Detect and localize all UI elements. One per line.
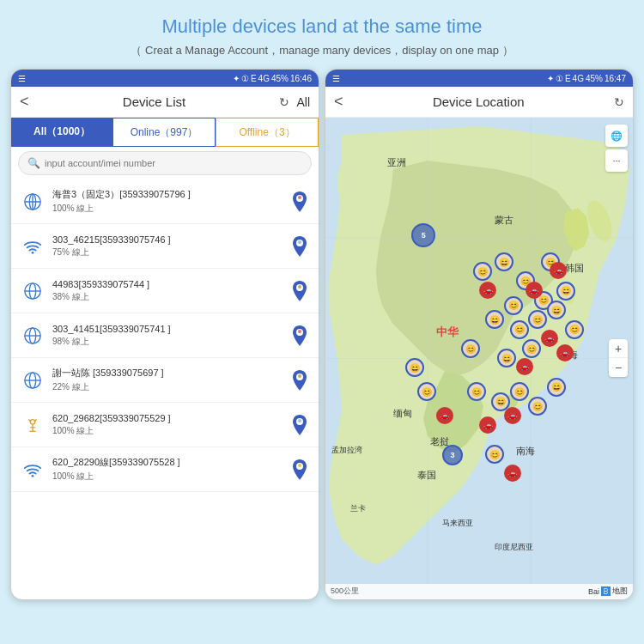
globe-control-button[interactable]: 🌐 xyxy=(605,125,628,147)
back-button-left[interactable]: < xyxy=(20,93,29,111)
lte-icon: 4G xyxy=(258,74,270,83)
device-info-7: 620_28290線[359339075528 ] 100% 線上 xyxy=(52,456,289,483)
zoom-in-button[interactable]: + xyxy=(609,339,628,358)
menu-control-button[interactable]: ··· xyxy=(605,149,628,172)
device-status-2: 75% 線上 xyxy=(52,246,289,258)
svg-point-8 xyxy=(298,240,301,244)
signal-icon-right: ① xyxy=(556,74,563,83)
status-right-left: ✦ ① E 4G 45% 16:46 xyxy=(233,74,312,83)
car-pin-2: 🚗 xyxy=(526,282,543,299)
device-icon-1 xyxy=(20,189,46,215)
tabs-row: All（1000） Online（997） Offline（3） xyxy=(11,118,319,147)
header-section: Multiple devices land at the same time （… xyxy=(113,0,530,65)
search-icon: 🔍 xyxy=(27,157,40,169)
map-label-malaysia: 马来西亚 xyxy=(442,518,473,529)
back-button-right[interactable]: < xyxy=(334,93,343,111)
svg-point-5 xyxy=(298,196,301,199)
device-status-4: 98% 線上 xyxy=(52,336,289,348)
device-icon-3 xyxy=(20,278,46,304)
svg-point-34 xyxy=(298,464,301,467)
map-label-china: 中华 xyxy=(436,325,459,340)
time-right: 16:47 xyxy=(605,74,626,83)
avatar-pin-20: 😄 xyxy=(547,378,566,397)
phone-right-inner: < Device Location ↻ xyxy=(325,87,633,599)
device-info-5: 謝一站陈 [359339075697 ] 22% 線上 xyxy=(52,367,289,393)
status-left-icon: ☰ xyxy=(18,74,26,83)
device-pin-3 xyxy=(289,279,310,303)
avatar-pin-16: 😊 xyxy=(467,382,486,401)
app-header-right: < Device Location ↻ xyxy=(325,87,633,118)
device-status-6: 100% 線上 xyxy=(52,425,289,437)
svg-point-32 xyxy=(32,474,34,477)
car-pin-7: 🚗 xyxy=(504,407,521,424)
svg-point-13 xyxy=(298,285,301,289)
page-container: Multiple devices land at the same time （… xyxy=(0,0,644,644)
tab-offline[interactable]: Offline（3） xyxy=(216,118,319,147)
time-left: 16:46 xyxy=(290,74,312,83)
device-icon-2 xyxy=(20,234,46,259)
car-pin-10: 🚗 xyxy=(504,465,521,482)
map-controls[interactable]: 🌐 ··· xyxy=(605,125,628,172)
car-pin-9: 🚗 xyxy=(436,407,453,424)
search-input[interactable] xyxy=(45,158,302,168)
phones-row: ☰ ✦ ① E 4G 45% 16:46 < Device List ↻ xyxy=(0,69,644,600)
svg-point-6 xyxy=(32,251,34,253)
device-item-4[interactable]: 303_41451[359339075741 ] 98% 線上 xyxy=(11,313,319,358)
device-item-5[interactable]: 謝一站陈 [359339075697 ] 22% 線上 xyxy=(11,358,319,403)
device-info-4: 303_41451[359339075741 ] 98% 線上 xyxy=(52,324,289,348)
car-pin-8: 🚗 xyxy=(479,416,496,434)
search-bar[interactable]: 🔍 xyxy=(18,151,312,175)
device-info-1: 海普3（固定3）[359339075796 ] 100% 線上 xyxy=(52,188,289,215)
device-icon-7 xyxy=(20,457,46,483)
phone-left: ☰ ✦ ① E 4G 45% 16:46 < Device List ↻ xyxy=(10,69,319,600)
bluetooth-icon: ✦ xyxy=(233,74,240,83)
network-type: E xyxy=(251,74,257,83)
network-type-right: E xyxy=(565,74,571,83)
refresh-button-right[interactable]: ↻ xyxy=(614,95,624,109)
status-bar-left: ☰ ✦ ① E 4G 45% 16:46 xyxy=(11,70,319,87)
device-name-4: 303_41451[359339075741 ] xyxy=(52,324,289,334)
avatar-pin-11: 😄 xyxy=(547,301,566,319)
phone-right: ☰ ✦ ① E 4G 45% 16:47 < Device Location ↻ xyxy=(325,69,634,600)
map-label-lanka: 兰卡 xyxy=(350,503,366,514)
device-pin-4 xyxy=(289,324,310,348)
device-list-title: Device List xyxy=(123,94,185,109)
zoom-out-button[interactable]: − xyxy=(609,358,628,377)
device-status-5: 22% 線上 xyxy=(52,381,289,393)
device-pin-5 xyxy=(289,368,310,392)
bluetooth-icon-right: ✦ xyxy=(547,74,554,83)
avatar-pin-13: 😊 xyxy=(522,339,541,358)
device-item-1[interactable]: 海普3（固定3）[359339075796 ] 100% 線上 xyxy=(11,179,319,224)
zoom-controls[interactable]: + − xyxy=(609,339,628,377)
device-status-1: 100% 線上 xyxy=(52,203,289,215)
device-item-3[interactable]: 44983[359339075744 ] 38% 線上 xyxy=(11,269,319,313)
status-right-chat-icon: ☰ xyxy=(332,74,340,83)
device-info-6: 620_29682[359339075529 ] 100% 線上 xyxy=(52,413,289,437)
map-container[interactable]: 亚洲 蒙古 中华 韩国 东海 缅甸 老挝 泰国 南海 孟加拉湾 马来西亚 兰卡 … xyxy=(325,118,633,599)
map-svg xyxy=(325,118,633,599)
map-label-mongolia: 蒙古 xyxy=(495,214,513,227)
device-name-3: 44983[359339075744 ] xyxy=(52,279,289,289)
device-name-2: 303_46215[359339075746 ] xyxy=(52,234,289,245)
device-item-2[interactable]: 303_46215[359339075746 ] 75% 線上 xyxy=(11,224,319,269)
device-info-3: 44983[359339075744 ] 38% 線上 xyxy=(52,279,289,303)
refresh-button-left[interactable]: ↻ xyxy=(279,95,289,109)
all-label: All xyxy=(296,95,310,109)
avatar-pin-7: 😊 xyxy=(504,296,523,315)
battery-level: 45% xyxy=(271,74,289,83)
map-bottom-bar: 500公里 Bai 🅱 地图 xyxy=(325,584,633,599)
lte-icon-right: 4G xyxy=(573,74,584,83)
device-name-6: 620_29682[359339075529 ] xyxy=(52,413,289,423)
baidu-text: Bai xyxy=(588,587,599,596)
tab-online[interactable]: Online（997） xyxy=(112,118,216,147)
battery-right: 45% xyxy=(586,74,603,83)
svg-point-18 xyxy=(298,330,301,333)
device-item-6[interactable]: 620_29682[359339075529 ] 100% 線上 xyxy=(11,403,319,447)
tab-all[interactable]: All（1000） xyxy=(11,118,112,147)
map-label-myanmar: 缅甸 xyxy=(393,407,412,420)
device-item-7[interactable]: 620_28290線[359339075528 ] 100% 線上 xyxy=(11,447,319,492)
status-bar-right: ☰ ✦ ① E 4G 45% 16:47 xyxy=(325,70,633,87)
device-pin-2 xyxy=(289,234,310,258)
device-status-7: 100% 線上 xyxy=(52,471,289,483)
avatar-pin-1: 😊 xyxy=(473,262,492,281)
